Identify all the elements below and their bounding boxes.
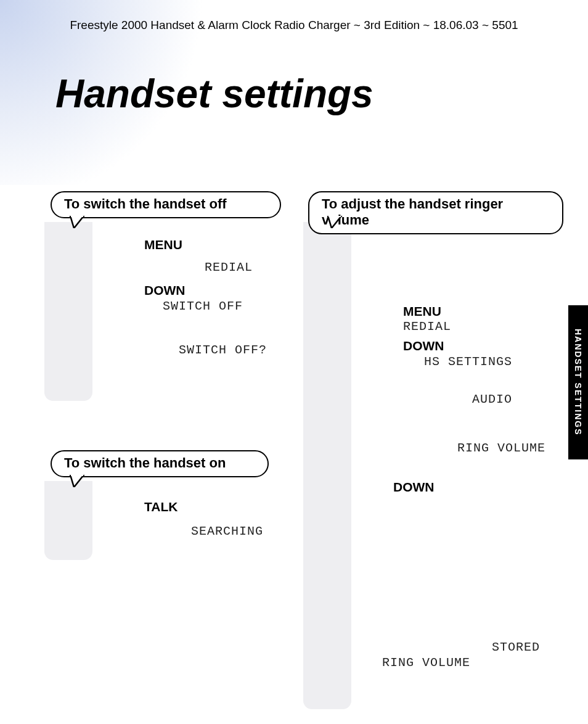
label-down: DOWN — [403, 339, 444, 353]
label-down: DOWN — [144, 283, 186, 298]
bubble-tail — [69, 475, 85, 487]
lcd-switch-off-q: SWITCH OFF? — [179, 343, 267, 357]
lcd-switch-off: SWITCH OFF — [163, 299, 243, 313]
label-down: DOWN — [393, 480, 435, 495]
label-menu: MENU — [403, 304, 441, 319]
button-rail-on — [44, 481, 92, 560]
lcd-ring-volume: RING VOLUME — [457, 441, 545, 455]
lcd-audio: AUDIO — [472, 392, 512, 406]
button-rail-off — [44, 222, 92, 401]
label-menu: MENU — [144, 237, 182, 252]
bubble-switch-on: To switch the handset on — [51, 450, 269, 477]
svg-marker-4 — [328, 216, 341, 228]
bubble-tail — [327, 216, 343, 228]
page-header: Freestyle 2000 Handset & Alarm Clock Rad… — [0, 19, 588, 32]
bubble-switch-off: To switch the handset off — [51, 191, 281, 218]
label-talk: TALK — [144, 500, 178, 514]
lcd-hs-settings: HS SETTINGS — [424, 355, 512, 369]
svg-marker-2 — [70, 475, 84, 487]
svg-marker-0 — [70, 216, 84, 228]
lcd-searching: SEARCHING — [191, 524, 263, 538]
bubble-ringer-volume: To adjust the handset ringer volume — [308, 191, 563, 234]
page-title: Handset settings — [55, 71, 374, 117]
lcd-redial: REDIAL — [403, 319, 451, 334]
button-rail-volume — [303, 222, 351, 709]
lcd-ring-volume: RING VOLUME — [382, 656, 470, 670]
lcd-redial: REDIAL — [205, 260, 253, 274]
lcd-stored: STORED — [492, 640, 540, 654]
side-tab: HANDSET SETTINGS — [568, 305, 588, 459]
bubble-tail — [69, 216, 85, 228]
